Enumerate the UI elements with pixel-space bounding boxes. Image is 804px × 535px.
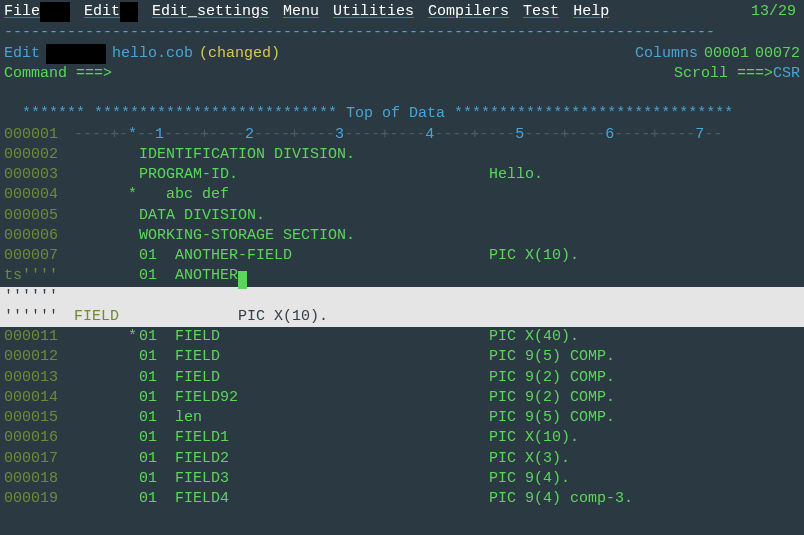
- line-number[interactable]: 000004: [4, 185, 74, 205]
- line-number[interactable]: 000018: [4, 469, 74, 489]
- code-line[interactable]: 000005 DATA DIVISION.: [4, 206, 800, 226]
- code-line[interactable]: 000012 01 FIELD PIC 9(5) COMP.: [4, 347, 800, 367]
- code-line[interactable]: 000013 01 FIELD PIC 9(2) COMP.: [4, 368, 800, 388]
- code-line[interactable]: 000019 01 FIELD4 PIC 9(4) comp-3.: [4, 489, 800, 509]
- col-to: 00072: [749, 44, 800, 64]
- changed-indicator: (changed): [193, 44, 280, 64]
- col-from: 00001: [698, 44, 749, 64]
- argument: PIC 9(4) comp-3.: [489, 489, 633, 509]
- area-a: [74, 449, 139, 469]
- menu-compilers[interactable]: Compilers: [428, 2, 523, 22]
- line-number[interactable]: 000012: [4, 347, 74, 367]
- area-a: [74, 368, 139, 388]
- argument: PIC X(3).: [489, 449, 570, 469]
- line-number[interactable]: 000003: [4, 165, 74, 185]
- code-line[interactable]: 000017 01 FIELD2 PIC X(3).: [4, 449, 800, 469]
- code-line[interactable]: 000007 01 ANOTHER-FIELD PIC X(10).: [4, 246, 800, 266]
- line-number[interactable]: 000019: [4, 489, 74, 509]
- code-line[interactable]: 000014 01 FIELD92 PIC 9(2) COMP.: [4, 388, 800, 408]
- line-number[interactable]: '''''': [4, 287, 74, 307]
- area-a: [74, 388, 139, 408]
- statement: 01 ANOTHER: [139, 266, 489, 286]
- argument: PIC 9(5) COMP.: [489, 408, 615, 428]
- code-line[interactable]: 000018 01 FIELD3 PIC 9(4).: [4, 469, 800, 489]
- separator-line: ----------------------------------------…: [0, 23, 804, 43]
- editor-mode: Edit: [4, 44, 40, 64]
- menu-utilities[interactable]: Utilities: [333, 2, 428, 22]
- editor-area-2[interactable]: 000011 * 01 FIELD PIC X(40).000012 01 FI…: [0, 327, 804, 509]
- area-a: [74, 226, 139, 246]
- menu-menu[interactable]: Menu: [283, 2, 333, 22]
- line-number[interactable]: 000017: [4, 449, 74, 469]
- code-line[interactable]: 000015 01 len PIC 9(5) COMP.: [4, 408, 800, 428]
- statement: 01 FIELD: [139, 368, 489, 388]
- area-a: [74, 246, 139, 266]
- statement: 01 FIELD3: [139, 469, 489, 489]
- code-line[interactable]: 000003 PROGRAM-ID. Hello.: [4, 165, 800, 185]
- area-a: [74, 165, 139, 185]
- editor-area[interactable]: 000001----+-*--1----+----2----+----3----…: [0, 125, 804, 287]
- area-a: *: [74, 327, 139, 347]
- line-number[interactable]: 000015: [4, 408, 74, 428]
- top-of-data: ******* *************************** Top …: [0, 84, 804, 125]
- file-name: hello.cob: [106, 44, 193, 64]
- command-prompt: Command ===>: [4, 64, 112, 84]
- statement: 01 FIELD: [139, 347, 489, 367]
- code-line[interactable]: 000004 * abc def: [4, 185, 800, 205]
- area-a: [74, 428, 139, 448]
- code-line[interactable]: '''''' FIELD PIC X(10).: [0, 307, 804, 327]
- argument: Hello.: [489, 165, 543, 185]
- code-line[interactable]: 000011 * 01 FIELD PIC X(40).: [4, 327, 800, 347]
- statement: abc def: [139, 185, 489, 205]
- line-number[interactable]: 000006: [4, 226, 74, 246]
- line-number[interactable]: 000011: [4, 327, 74, 347]
- statement: 01 FIELD2: [139, 449, 489, 469]
- menu-edit-settings[interactable]: Edit_settings: [152, 2, 283, 22]
- statement: 01 len: [139, 408, 489, 428]
- status-bar: Edit hello.cob (changed) Columns 00001 0…: [0, 44, 804, 64]
- code-line[interactable]: ts'''' 01 ANOTHER: [4, 266, 800, 286]
- area-a: FIELD: [74, 307, 139, 327]
- argument: PIC 9(5) COMP.: [489, 347, 615, 367]
- area-a: [74, 266, 139, 286]
- area-a: [74, 287, 139, 307]
- line-number[interactable]: 000002: [4, 145, 74, 165]
- line-number[interactable]: ts'''': [4, 266, 74, 286]
- statement: PIC X(10).: [139, 307, 489, 327]
- statement: 01 FIELD: [139, 327, 489, 347]
- argument: PIC X(10).: [489, 428, 579, 448]
- menu-test[interactable]: Test: [523, 2, 573, 22]
- statement: 01 FIELD92: [139, 388, 489, 408]
- line-number[interactable]: '''''': [4, 307, 74, 327]
- code-line[interactable]: 000006 WORKING-STORAGE SECTION.: [4, 226, 800, 246]
- line-number[interactable]: 000016: [4, 428, 74, 448]
- menu-file[interactable]: File: [4, 2, 84, 22]
- area-a: [74, 489, 139, 509]
- menu-help[interactable]: Help: [573, 2, 623, 22]
- statement: PROGRAM-ID.: [139, 165, 489, 185]
- scroll-value[interactable]: CSR: [773, 64, 800, 84]
- menu-edit[interactable]: Edit: [84, 2, 152, 22]
- argument: PIC 9(2) COMP.: [489, 368, 615, 388]
- black-gap: [46, 44, 106, 64]
- line-number[interactable]: 000005: [4, 206, 74, 226]
- code-line[interactable]: 000016 01 FIELD1 PIC X(10).: [4, 428, 800, 448]
- area-a: [74, 206, 139, 226]
- scroll-label: Scroll ===>: [674, 64, 773, 84]
- line-number[interactable]: 000013: [4, 368, 74, 388]
- statement: DATA DIVISION.: [139, 206, 489, 226]
- area-a: [74, 469, 139, 489]
- area-a: *: [74, 185, 139, 205]
- statement: WORKING-STORAGE SECTION.: [139, 226, 489, 246]
- area-a: [74, 145, 139, 165]
- code-line[interactable]: '''''': [0, 287, 804, 307]
- line-number[interactable]: 000007: [4, 246, 74, 266]
- command-line[interactable]: Command ===> Scroll ===> CSR: [0, 64, 804, 84]
- argument: PIC 9(4).: [489, 469, 570, 489]
- statement: IDENTIFICATION DIVISION.: [139, 145, 489, 165]
- code-line[interactable]: 000002 IDENTIFICATION DIVISION.: [4, 145, 800, 165]
- area-a: [74, 347, 139, 367]
- argument: PIC X(10).: [489, 246, 579, 266]
- area-a: [74, 408, 139, 428]
- line-number[interactable]: 000014: [4, 388, 74, 408]
